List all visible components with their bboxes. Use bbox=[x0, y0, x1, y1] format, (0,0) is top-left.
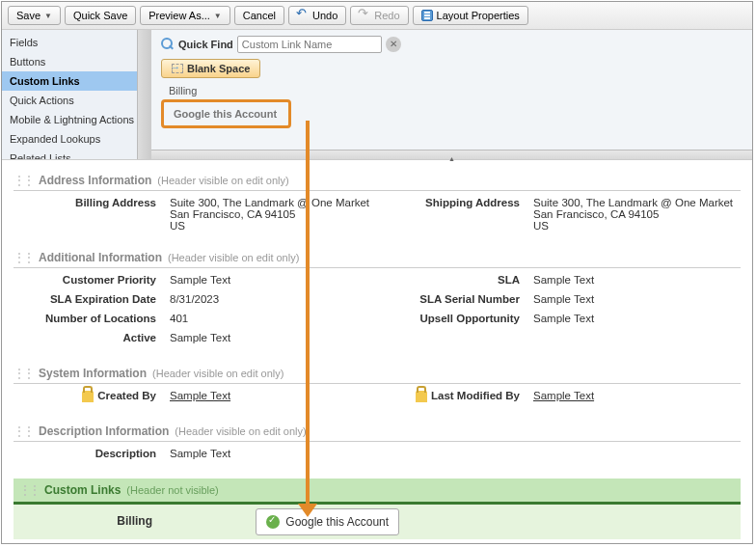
customer-priority-label: Customer Priority bbox=[14, 274, 170, 289]
redo-button[interactable]: Redo bbox=[350, 6, 408, 25]
palette-category-quick-actions[interactable]: Quick Actions bbox=[2, 91, 137, 110]
drag-grip-icon[interactable]: ⋮⋮ bbox=[14, 367, 33, 380]
blank-space-item[interactable]: Blank Space bbox=[161, 59, 260, 78]
palette-category-buttons[interactable]: Buttons bbox=[2, 52, 137, 71]
section-title: Custom Links bbox=[44, 483, 121, 497]
drag-grip-icon[interactable]: ⋮⋮ bbox=[14, 174, 33, 187]
palette-collapse-handle[interactable] bbox=[151, 150, 752, 159]
palette-link-billing[interactable]: Billing bbox=[161, 82, 742, 99]
layout-body: ⋮⋮ Address Information (Header visible o… bbox=[2, 160, 752, 539]
palette-sidebar: Fields Buttons Custom Links Quick Action… bbox=[2, 30, 151, 159]
shipping-address-label: Shipping Address bbox=[377, 197, 533, 232]
created-by-value[interactable]: Sample Text bbox=[170, 390, 377, 405]
quick-find-input[interactable] bbox=[237, 36, 382, 53]
drag-grip-icon[interactable]: ⋮⋮ bbox=[14, 424, 33, 438]
custom-link-billing[interactable]: Billing bbox=[14, 505, 256, 537]
drag-grip-icon[interactable]: ⋮⋮ bbox=[19, 483, 39, 497]
num-locations-label: Number of Locations bbox=[14, 313, 170, 328]
palette-category-related-lists[interactable]: Related Lists bbox=[2, 149, 137, 159]
annotation-arrow bbox=[306, 121, 310, 511]
drag-grip-icon[interactable]: ⋮⋮ bbox=[14, 251, 33, 264]
sla-label: SLA bbox=[377, 274, 533, 289]
section-custom-links: ⋮⋮ Custom Links (Header not visible) Bil… bbox=[14, 479, 741, 539]
quick-find-clear[interactable]: ✕ bbox=[386, 37, 401, 52]
billing-address-label: Billing Address bbox=[14, 197, 170, 232]
palette-scrollbar[interactable] bbox=[137, 30, 150, 159]
palette-category-mobile-actions[interactable]: Mobile & Lightning Actions bbox=[2, 110, 137, 129]
lock-icon bbox=[416, 391, 427, 402]
billing-address-value: Suite 300, The Landmark @ One Market San… bbox=[170, 197, 377, 232]
undo-icon bbox=[297, 10, 309, 21]
blank-space-icon bbox=[172, 64, 183, 73]
palette-category-expanded-lookups[interactable]: Expanded Lookups bbox=[2, 129, 137, 149]
redo-icon bbox=[359, 10, 370, 21]
description-value: Sample Text bbox=[170, 448, 377, 463]
sla-serial-label: SLA Serial Number bbox=[377, 293, 533, 309]
num-locations-value: 401 bbox=[170, 313, 377, 328]
section-title: Address Information bbox=[39, 174, 151, 187]
sla-expiration-value: 8/31/2023 bbox=[170, 293, 377, 309]
section-title: Additional Information bbox=[39, 251, 162, 264]
section-hint: (Header visible on edit only) bbox=[175, 425, 306, 437]
section-title: Description Information bbox=[39, 424, 169, 438]
check-icon bbox=[266, 515, 280, 529]
section-hint: (Header visible on edit only) bbox=[157, 175, 288, 186]
shipping-address-value: Suite 300, The Landmark @ One Market San… bbox=[533, 197, 741, 232]
section-system: ⋮⋮ System Information (Header visible on… bbox=[14, 363, 741, 411]
quick-save-button[interactable]: Quick Save bbox=[65, 6, 136, 25]
description-label: Description bbox=[14, 448, 170, 463]
last-modified-by-value[interactable]: Sample Text bbox=[533, 390, 741, 405]
undo-button[interactable]: Undo bbox=[288, 6, 346, 25]
upsell-label: Upsell Opportunity bbox=[377, 313, 533, 328]
sla-expiration-label: SLA Expiration Date bbox=[14, 293, 170, 309]
upsell-value: Sample Text bbox=[533, 313, 741, 328]
section-address: ⋮⋮ Address Information (Header visible o… bbox=[14, 170, 741, 237]
palette-category-custom-links[interactable]: Custom Links bbox=[2, 71, 137, 91]
created-by-label: Created By bbox=[14, 390, 170, 405]
cancel-button[interactable]: Cancel bbox=[234, 6, 284, 25]
section-additional: ⋮⋮ Additional Information (Header visibl… bbox=[14, 247, 741, 353]
active-label: Active bbox=[14, 332, 170, 347]
annotation-arrow-head bbox=[298, 504, 317, 517]
customer-priority-value: Sample Text bbox=[170, 274, 377, 289]
section-hint: (Header visible on edit only) bbox=[152, 368, 284, 379]
preview-as-button[interactable]: Preview As...▼ bbox=[140, 6, 230, 25]
last-modified-by-label: Last Modified By bbox=[377, 390, 533, 405]
palette-main: Quick Find ✕ Blank Space Billing Google … bbox=[151, 30, 752, 159]
toolbar: Save▼ Quick Save Preview As...▼ Cancel U… bbox=[2, 2, 752, 30]
search-icon bbox=[161, 38, 175, 51]
palette-link-google-account[interactable]: Google this Account bbox=[161, 99, 291, 128]
sla-serial-value: Sample Text bbox=[533, 293, 741, 309]
section-hint: (Header not visible) bbox=[126, 484, 218, 496]
section-title: System Information bbox=[39, 367, 147, 380]
properties-icon bbox=[421, 10, 433, 21]
active-value: Sample Text bbox=[170, 332, 377, 347]
save-button[interactable]: Save▼ bbox=[8, 6, 61, 25]
custom-link-drop-target[interactable]: Google this Account bbox=[256, 508, 399, 535]
palette-panel: Fields Buttons Custom Links Quick Action… bbox=[2, 30, 752, 160]
layout-properties-button[interactable]: Layout Properties bbox=[413, 6, 528, 25]
drop-item-label: Google this Account bbox=[285, 515, 389, 529]
lock-icon bbox=[82, 391, 94, 402]
palette-category-fields[interactable]: Fields bbox=[2, 33, 137, 52]
section-description: ⋮⋮ Description Information (Header visib… bbox=[14, 421, 741, 469]
section-hint: (Header visible on edit only) bbox=[168, 252, 299, 263]
quick-find-label: Quick Find bbox=[178, 39, 233, 50]
sla-value: Sample Text bbox=[533, 274, 741, 289]
